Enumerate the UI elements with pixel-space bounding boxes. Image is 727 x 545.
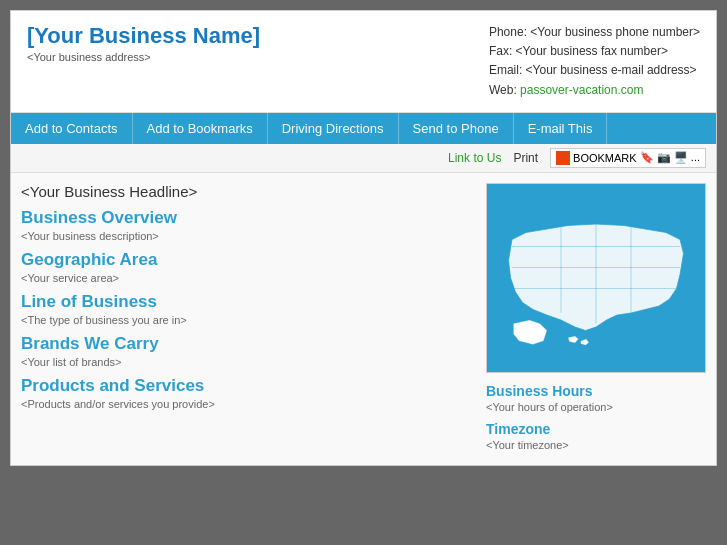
usa-map [491,188,701,368]
web-label: Web: [489,83,520,97]
business-headline: <Your Business Headline> [21,183,470,200]
fax-info: Fax: <Your business fax number> [489,42,700,61]
link-to-us[interactable]: Link to Us [448,151,501,165]
map-box [486,183,706,373]
section-desc-2: <The type of business you are in> [21,314,470,326]
section-desc-3: <Your list of brands> [21,356,470,368]
sidebar-section-desc-1: <Your timezone> [486,439,706,451]
bookmark-extra: 🔖 📷 🖥️ ... [640,151,700,164]
section-title-2: Line of Business [21,292,470,312]
nav-driving-directions[interactable]: Driving Directions [268,113,399,144]
section-desc-0: <Your business description> [21,230,470,242]
sub-toolbar: Link to Us Print BOOKMARK 🔖 📷 🖥️ ... [11,144,716,173]
business-address: <Your business address> [27,51,260,63]
web-info: Web: passover-vacation.com [489,81,700,100]
main-content: <Your Business Headline> Business Overvi… [11,173,716,465]
sidebar-section-title-0: Business Hours [486,383,706,399]
bookmark-button[interactable]: BOOKMARK 🔖 📷 🖥️ ... [550,148,706,168]
header-left: [Your Business Name] <Your business addr… [27,23,260,63]
email-info: Email: <Your business e-mail address> [489,61,700,80]
page-container: [Your Business Name] <Your business addr… [10,10,717,466]
section-title-4: Products and Services [21,376,470,396]
nav-send-to-phone[interactable]: Send to Phone [399,113,514,144]
web-link[interactable]: passover-vacation.com [520,83,643,97]
bookmark-icon [556,151,570,165]
sidebar-section-title-1: Timezone [486,421,706,437]
header: [Your Business Name] <Your business addr… [11,11,716,113]
print-link[interactable]: Print [513,151,538,165]
section-title-3: Brands We Carry [21,334,470,354]
business-name: [Your Business Name] [27,23,260,49]
header-right: Phone: <Your business phone number> Fax:… [489,23,700,100]
section-desc-4: <Products and/or services you provide> [21,398,470,410]
section-title-1: Geographic Area [21,250,470,270]
bookmark-label: BOOKMARK [573,152,637,164]
nav-email-this[interactable]: E-mail This [514,113,608,144]
phone-info: Phone: <Your business phone number> [489,23,700,42]
section-desc-1: <Your service area> [21,272,470,284]
navbar: Add to Contacts Add to Bookmarks Driving… [11,113,716,144]
right-column: Business Hours <Your hours of operation>… [486,183,706,455]
sidebar-section-desc-0: <Your hours of operation> [486,401,706,413]
left-column: <Your Business Headline> Business Overvi… [21,183,486,455]
section-title-0: Business Overview [21,208,470,228]
nav-add-bookmarks[interactable]: Add to Bookmarks [133,113,268,144]
nav-add-contacts[interactable]: Add to Contacts [11,113,133,144]
